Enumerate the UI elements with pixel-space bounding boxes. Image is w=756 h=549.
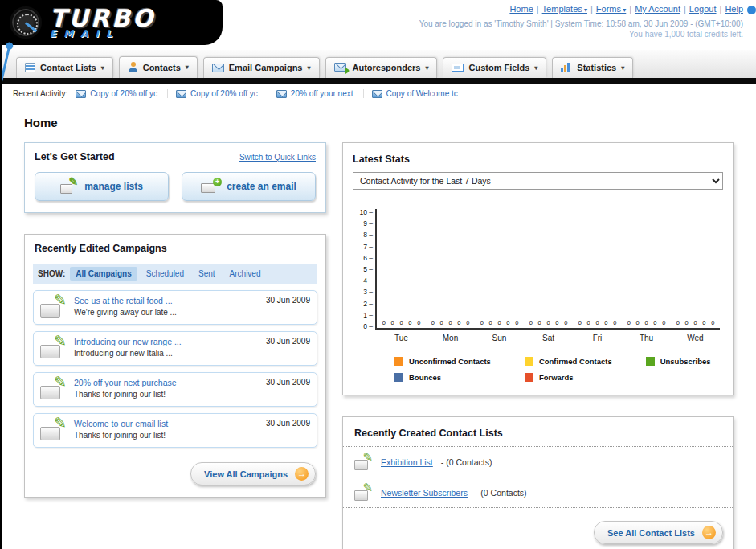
tab-label: Contact Lists: [40, 63, 96, 72]
campaign-title-link[interactable]: Introducing our new range ...: [74, 337, 259, 346]
tab-scheduled[interactable]: Scheduled: [141, 267, 190, 281]
x-axis-label: Sat: [524, 334, 573, 342]
recent-activity-item[interactable]: Copy of 20% off yc: [76, 89, 168, 98]
link-forms[interactable]: Forms: [596, 4, 626, 14]
chevron-down-icon: [534, 64, 537, 72]
bar-value-label: 0: [676, 319, 680, 327]
bar-group: 00000: [671, 319, 720, 327]
tab-email-campaigns[interactable]: Email Campaigns: [203, 57, 320, 78]
link-help[interactable]: Help: [725, 4, 743, 14]
header-right: Home|Templates|Forms|My Account|Logout|H…: [419, 4, 743, 39]
link-my-account[interactable]: My Account: [635, 4, 680, 14]
campaign-date: 30 Jun 2009: [266, 378, 310, 399]
legend-label: Unconfirmed Contacts: [409, 357, 491, 366]
bar-group: 00000: [475, 319, 524, 327]
chart-legend: Unconfirmed ContactsConfirmed ContactsUn…: [343, 346, 733, 395]
y-tick-label: 3: [351, 289, 373, 295]
link-templates[interactable]: Templates: [542, 4, 587, 14]
campaign-date: 30 Jun 2009: [266, 337, 310, 358]
tab-sent[interactable]: Sent: [193, 267, 221, 281]
tab-contact-lists[interactable]: Contact Lists: [16, 57, 113, 78]
y-tick-label: 6: [351, 255, 373, 261]
link-separator: |: [684, 4, 686, 14]
logo-text: TURBO EMAIL: [50, 6, 155, 39]
tab-all-campaigns[interactable]: All Campaigns: [70, 267, 137, 281]
create-email-button[interactable]: create an email: [182, 172, 316, 201]
campaign-list-item[interactable]: 20% off your next purchase Thanks for jo…: [33, 372, 317, 407]
tab-custom-fields[interactable]: Custom Fields: [443, 57, 546, 78]
tab-archived[interactable]: Archived: [224, 267, 267, 281]
envelope-icon: [176, 90, 186, 98]
y-tick-label: 2: [351, 301, 373, 307]
y-tick-label: 10: [351, 209, 373, 215]
contact-list-count: - (0 Contacts): [476, 488, 527, 498]
stats-filter-select[interactable]: Contact Activity for the Last 7 Days: [353, 172, 723, 190]
logo[interactable]: TURBO EMAIL: [2, 0, 223, 45]
y-tick-label: 4: [351, 277, 373, 284]
recent-activity-link: 20% off your next: [291, 89, 353, 98]
legend-swatch: [646, 357, 655, 366]
autoresponders-icon: [334, 63, 348, 72]
recent-activity-link: Copy of 20% off yc: [90, 89, 157, 98]
bar-value-label: 0: [564, 319, 567, 327]
campaign-title-link[interactable]: Welcome to our email list: [74, 419, 259, 428]
get-started-panel: Let's Get Started Switch to Quick Links …: [24, 142, 326, 213]
right-column: Latest Stats Contact Activity for the La…: [342, 142, 734, 549]
contact-list-link[interactable]: Newsletter Subscribers: [381, 488, 468, 498]
recent-activity-link: Copy of Welcome tc: [386, 89, 458, 98]
legend-label: Bounces: [409, 373, 441, 382]
bar-group: 00000: [573, 319, 622, 327]
switch-quick-links-link[interactable]: Switch to Quick Links: [239, 153, 316, 162]
campaign-list-item[interactable]: Welcome to our email list Thanks for joi…: [33, 413, 317, 448]
tab-label: Custom Fields: [468, 63, 529, 72]
manage-lists-button[interactable]: manage lists: [35, 172, 169, 201]
latest-stats-panel: Latest Stats Contact Activity for the La…: [342, 142, 734, 395]
legend-label: Forwards: [539, 373, 574, 382]
legend-label: Confirmed Contacts: [539, 357, 612, 366]
tab-label: Autoresponders: [353, 63, 421, 72]
contact-list-link[interactable]: Exhibition List: [381, 457, 433, 467]
tab-contacts[interactable]: Contacts: [119, 56, 198, 78]
contacts-icon: [128, 62, 138, 72]
bar-value-label: 0: [515, 319, 518, 327]
email-pencil-icon: [40, 419, 67, 440]
bar-value-label: 0: [693, 319, 697, 327]
x-axis-label: Thu: [622, 334, 671, 342]
chevron-down-icon: [425, 64, 428, 72]
bar-value-label: 0: [627, 319, 631, 327]
bar-value-label: 0: [662, 319, 665, 327]
tab-autoresponders[interactable]: Autoresponders: [325, 57, 438, 78]
contact-list-item[interactable]: Newsletter Subscribers - (0 Contacts): [343, 477, 733, 508]
bar-value-label: 0: [644, 319, 648, 327]
campaign-list-item[interactable]: Introducing our new range ... Introducin…: [33, 331, 317, 366]
campaign-title-link[interactable]: 20% off your next purchase: [74, 378, 259, 387]
view-all-campaigns-button[interactable]: View All Campaigns: [190, 462, 316, 485]
link-home[interactable]: Home: [509, 4, 533, 14]
bar-value-label: 0: [636, 319, 640, 327]
legend-label: Unsubscribes: [660, 357, 711, 366]
see-all-contact-lists-button[interactable]: See All Contact Lists: [594, 521, 723, 544]
custom-fields-icon: [452, 64, 464, 72]
bar-group: 00000: [622, 319, 671, 327]
recent-activity-item[interactable]: Copy of 20% off yc: [176, 89, 268, 98]
statistics-icon: [561, 63, 572, 72]
legend-swatch: [525, 357, 533, 366]
bar-value-label: 0: [604, 319, 607, 327]
recent-activity-link: Copy of 20% off yc: [190, 89, 258, 98]
link-logout[interactable]: Logout: [689, 4, 717, 14]
contact-list-item[interactable]: Exhibition List - (0 Contacts): [343, 447, 733, 477]
bar-value-label: 0: [529, 319, 533, 327]
legend-item: Bounces: [394, 373, 491, 382]
arrow-right-icon: [702, 526, 716, 539]
campaign-date: 30 Jun 2009: [266, 296, 310, 318]
show-label: SHOW:: [38, 269, 65, 278]
bar-value-label: 0: [711, 319, 714, 327]
campaign-list-item[interactable]: See us at the retail food ... We're givi…: [33, 290, 317, 325]
recent-activity-item[interactable]: Copy of Welcome tc: [372, 89, 468, 98]
campaign-title-link[interactable]: See us at the retail food ...: [74, 296, 259, 305]
tab-statistics[interactable]: Statistics: [552, 57, 633, 78]
campaign-filter-tabs: SHOW: All Campaigns Scheduled Sent Archi…: [33, 264, 317, 284]
bar-value-label: 0: [546, 319, 550, 327]
speedometer-icon: [10, 6, 42, 39]
recent-activity-item[interactable]: 20% off your next: [276, 89, 364, 98]
